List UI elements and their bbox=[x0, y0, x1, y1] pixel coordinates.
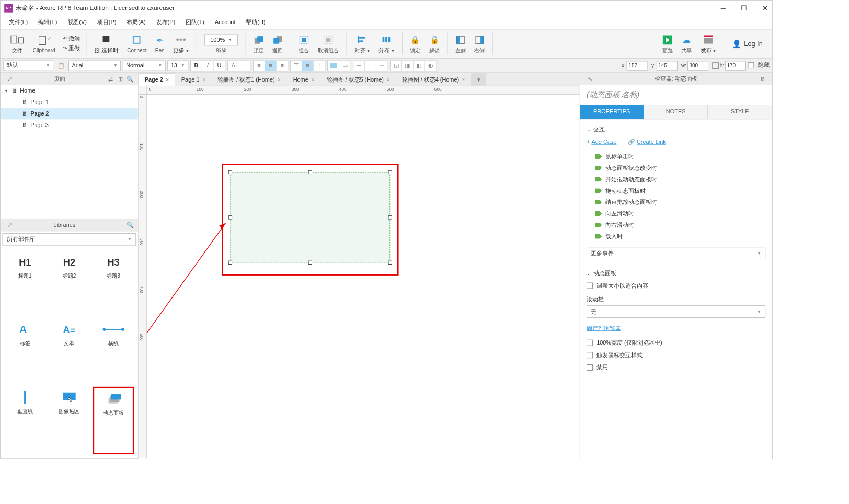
trigger-mouse-check[interactable]: 触发鼠标交互样式 bbox=[587, 349, 765, 361]
arrow-button[interactable]: → bbox=[376, 60, 388, 71]
widget-标签[interactable]: A_标签 bbox=[4, 319, 45, 384]
menu-Account[interactable]: Account bbox=[211, 18, 239, 27]
event-item[interactable]: 结束拖放动态面板时 bbox=[595, 197, 765, 208]
canvas-tab[interactable]: Home× bbox=[287, 73, 320, 86]
fill-button[interactable] bbox=[328, 60, 339, 71]
widget-标题1[interactable]: H1标题1 bbox=[4, 251, 45, 316]
font-select[interactable]: Arial▼ bbox=[68, 60, 121, 71]
add-page-icon[interactable]: ⊞ bbox=[116, 74, 124, 83]
line-style-button[interactable]: ─ bbox=[353, 60, 365, 71]
widget-标题3[interactable]: H3标题3 bbox=[93, 251, 134, 316]
canvas-tab[interactable]: 轮播图 / 状态4 (Home)× bbox=[396, 73, 471, 86]
bold-button[interactable]: B bbox=[191, 60, 202, 71]
scroll-select[interactable]: 无▼ bbox=[587, 305, 765, 318]
copy-style-icon[interactable]: 📋 bbox=[55, 60, 67, 71]
close-button[interactable]: ✕ bbox=[762, 5, 768, 12]
event-item[interactable]: 动态面板状态改变时 bbox=[595, 162, 765, 174]
send-back-button[interactable]: 返回 bbox=[269, 30, 287, 57]
weight-select[interactable]: Normal▼ bbox=[123, 60, 166, 71]
widget-标题2[interactable]: H2标题2 bbox=[49, 251, 90, 316]
bring-front-button[interactable]: 顶层 bbox=[250, 30, 268, 57]
panel-section[interactable]: ⌄动态面板 bbox=[587, 267, 765, 280]
maximize-button[interactable]: ☐ bbox=[741, 5, 748, 12]
canvas-tab[interactable]: Page 1× bbox=[175, 73, 212, 86]
pin-browser-link[interactable]: 固定到浏览器 bbox=[587, 325, 765, 333]
w-input[interactable] bbox=[687, 61, 708, 70]
publish-button[interactable]: 发布 ▾ bbox=[696, 30, 720, 57]
align-button[interactable]: 对齐 ▾ bbox=[351, 30, 374, 57]
menu-布局(A)[interactable]: 布局(A) bbox=[123, 17, 150, 28]
search-pages-icon[interactable]: 🔍 bbox=[125, 74, 134, 83]
tab-overflow[interactable]: ▾ bbox=[471, 73, 486, 86]
menu-文件(F)[interactable]: 文件(F) bbox=[5, 17, 31, 28]
fit-content-check[interactable]: 调整大小以适合内容 bbox=[587, 279, 765, 292]
menu-发布(P)[interactable]: 发布(P) bbox=[152, 17, 179, 28]
widget-name-field[interactable]: (动态面板 名称) bbox=[580, 85, 772, 105]
page-tree-item[interactable]: 🗎Page 1 bbox=[1, 97, 138, 108]
page-tree-item[interactable]: ▾🗎Home bbox=[1, 85, 138, 97]
tab-style[interactable]: STYLE bbox=[708, 105, 772, 119]
library-selector[interactable]: 所有部件库▼ bbox=[3, 233, 136, 246]
italic-button[interactable]: I bbox=[202, 60, 214, 71]
opacity-button[interactable]: ◐ bbox=[425, 60, 437, 71]
event-item[interactable]: 载入时 bbox=[595, 231, 765, 242]
hide-checkbox[interactable]: 隐藏 bbox=[748, 59, 770, 72]
x-input[interactable] bbox=[627, 61, 648, 70]
h-input[interactable] bbox=[725, 61, 746, 70]
canvas-tab[interactable]: Page 2× bbox=[139, 73, 175, 86]
widget-图像热区[interactable]: 图像热区 bbox=[49, 387, 90, 455]
event-item[interactable]: 拖动动态面板时 bbox=[595, 185, 765, 197]
align-center-button[interactable]: ≡ bbox=[265, 60, 277, 71]
valign-middle-button[interactable]: ≡ bbox=[302, 60, 314, 71]
more-text-button[interactable]: ⋯ bbox=[239, 60, 251, 71]
group-button[interactable]: 组合 bbox=[295, 30, 313, 57]
menu-帮助(H)[interactable]: 帮助(H) bbox=[242, 17, 269, 28]
clipboard-button[interactable]: Clipboard bbox=[29, 30, 59, 57]
left-panel-button[interactable]: 左侧 bbox=[452, 30, 470, 57]
lock-button[interactable]: 🔒 锁定 bbox=[406, 30, 425, 57]
minimize-button[interactable]: ─ bbox=[720, 5, 727, 12]
border-button[interactable]: ▭ bbox=[339, 60, 351, 71]
dynamic-panel-widget[interactable] bbox=[230, 172, 390, 262]
interaction-section[interactable]: ⌄交互 bbox=[587, 123, 765, 136]
undo-button[interactable]: ↶ 撤消 bbox=[63, 35, 80, 42]
disable-check[interactable]: 禁用 bbox=[587, 361, 765, 374]
distribute-button[interactable]: 分布 ▾ bbox=[375, 30, 398, 57]
shadow-inner-button[interactable]: ◧ bbox=[414, 60, 425, 71]
add-folder-icon[interactable]: ⇄ bbox=[107, 74, 115, 83]
underline-button[interactable]: U bbox=[214, 60, 225, 71]
canvas-tab[interactable]: 轮播图 / 状态5 (Home)× bbox=[320, 73, 396, 86]
text-color-button[interactable]: A bbox=[228, 60, 239, 71]
collapse-inspector-icon[interactable]: ⤡ bbox=[586, 74, 594, 83]
select-mode-button[interactable]: 🖾 选择时 bbox=[91, 30, 122, 57]
tab-properties[interactable]: PROPERTIES bbox=[580, 105, 644, 119]
fontsize-select[interactable]: 13▼ bbox=[167, 60, 188, 71]
align-right-button[interactable]: ≡ bbox=[277, 60, 288, 71]
tab-notes[interactable]: NOTES bbox=[644, 105, 708, 119]
canvas-tab[interactable]: 轮播图 / 状态1 (Home)× bbox=[212, 73, 287, 86]
page-tree-item[interactable]: 🗎Page 3 bbox=[1, 119, 138, 131]
file-button[interactable]: 文件 bbox=[6, 30, 28, 57]
search-lib-icon[interactable]: 🔍 bbox=[125, 221, 134, 229]
right-panel-button[interactable]: 右侧 bbox=[471, 30, 489, 57]
collapse-lib-icon[interactable]: ⤢ bbox=[5, 221, 14, 229]
lib-menu-icon[interactable]: ≡ bbox=[116, 221, 124, 229]
valign-top-button[interactable]: ⊤ bbox=[291, 60, 302, 71]
event-item[interactable]: 向左滑动时 bbox=[595, 208, 765, 220]
menu-项目(P)[interactable]: 项目(P) bbox=[94, 17, 120, 28]
full-width-check[interactable]: 100%宽度 (仅限浏览器中) bbox=[587, 336, 765, 349]
unlock-button[interactable]: 🔓 解锁 bbox=[426, 30, 444, 57]
line-weight-button[interactable]: ═ bbox=[365, 60, 376, 71]
menu-团队(T)[interactable]: 团队(T) bbox=[182, 17, 208, 28]
event-item[interactable]: 鼠标单击时 bbox=[595, 151, 765, 162]
event-item[interactable]: 向右滑动时 bbox=[595, 220, 765, 231]
add-case-link[interactable]: + Add Case bbox=[587, 139, 616, 145]
page-tree-item[interactable]: 🗎Page 2 bbox=[1, 108, 138, 120]
corner-button[interactable]: ◲ bbox=[391, 60, 402, 71]
more-button[interactable]: ●●● 更多 ▾ bbox=[169, 30, 193, 57]
widget-横线[interactable]: •──•横线 bbox=[93, 319, 134, 384]
pen-button[interactable]: ✒ Pen bbox=[152, 30, 168, 57]
ungroup-button[interactable]: 取消组合 bbox=[314, 30, 342, 57]
page-notes-icon[interactable]: 🗎 bbox=[759, 74, 767, 83]
shadow-outer-button[interactable]: ◨ bbox=[402, 60, 414, 71]
